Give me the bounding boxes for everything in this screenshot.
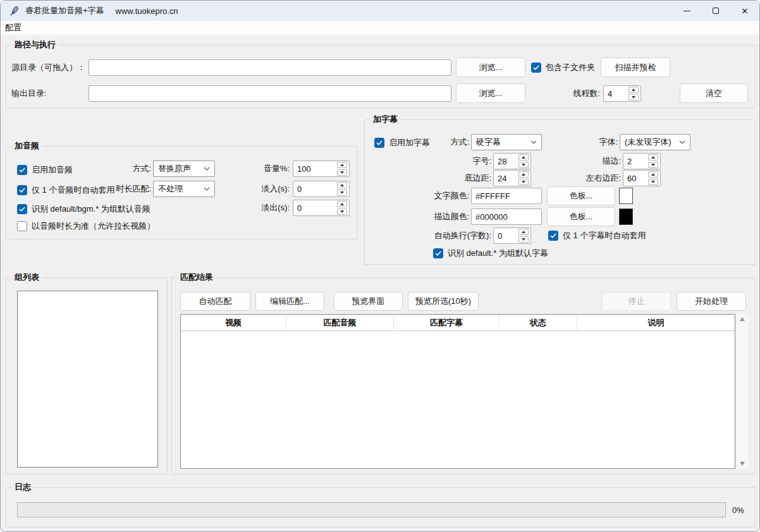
preview-ui-button[interactable]: 预览界面 [334, 292, 403, 311]
results-scrollbar[interactable] [737, 314, 748, 469]
preview-selected-button[interactable]: 预览所选(10秒) [408, 292, 479, 311]
group-list-groupbox: 组列表 [6, 277, 168, 475]
spin-up-button[interactable] [518, 154, 529, 160]
column-header-note[interactable]: 说明 [577, 315, 735, 330]
checkbox-box [374, 138, 384, 148]
minimize-button[interactable] [672, 1, 701, 21]
spin-down-button[interactable] [628, 94, 639, 100]
spin-down-button[interactable] [337, 190, 347, 196]
results-table[interactable]: 视频 匹配音频 匹配字幕 状态 说明 [180, 314, 735, 469]
audio-mode-combobox[interactable]: 替换原声 [153, 160, 215, 177]
volume-label: 音量%: [247, 164, 290, 174]
spin-down-button[interactable] [337, 169, 347, 176]
font-combobox[interactable]: (未发现字体) [620, 134, 690, 150]
volume-spinbox[interactable]: 100 [293, 160, 350, 177]
close-button[interactable]: ✕ [730, 1, 759, 21]
results-table-header: 视频 匹配音频 匹配字幕 状态 说明 [181, 315, 735, 331]
column-header-video[interactable]: 视频 [181, 315, 286, 330]
outline-color-palette-button[interactable]: 色板... [547, 207, 615, 226]
spin-up-button[interactable] [628, 87, 639, 93]
fade-out-value: 0 [293, 203, 336, 213]
spin-down-button[interactable] [337, 209, 347, 215]
spin-up-button[interactable] [518, 171, 529, 178]
column-header-status[interactable]: 状态 [500, 315, 577, 330]
source-dir-input[interactable] [89, 59, 451, 76]
checkbox-box [531, 63, 541, 73]
scan-precheck-button[interactable]: 扫描并预检 [601, 57, 670, 77]
text-color-palette-button[interactable]: 色板... [547, 186, 615, 205]
spin-down-button[interactable] [518, 236, 529, 243]
enable-subtitle-checkbox[interactable]: 启用加字幕 [374, 137, 430, 148]
side-margin-value: 60 [623, 174, 647, 183]
spin-down-button[interactable] [518, 179, 529, 185]
subtitle-recognize-default-checkbox[interactable]: 识别 default.* 为组默认字幕 [433, 248, 548, 259]
spin-down-icon [522, 238, 525, 241]
spin-down-icon [651, 164, 655, 166]
browse-source-button[interactable]: 浏览... [456, 57, 525, 77]
text-color-input[interactable] [471, 188, 542, 204]
outline-width-spinbox[interactable]: 2 [623, 153, 661, 169]
column-header-matched-audio[interactable]: 匹配音频 [286, 315, 394, 330]
scroll-up-button[interactable] [740, 317, 745, 321]
spin-up-button[interactable] [337, 182, 347, 188]
chevron-down-icon [530, 140, 537, 144]
outline-color-input[interactable] [471, 209, 542, 225]
spin-down-button[interactable] [518, 162, 529, 168]
use-audio-duration-checkbox[interactable]: 以音频时长为准（允许拉长视频） [17, 221, 155, 232]
edit-match-button[interactable]: 编辑匹配... [255, 292, 324, 311]
results-groupbox: 匹配结果 自动匹配 编辑匹配... 预览界面 预览所选(10秒) 停止 开始处理… [171, 277, 756, 475]
side-margin-spinbox[interactable]: 60 [623, 170, 661, 186]
spin-up-button[interactable] [648, 154, 658, 160]
titlebar: 睿君批量加音频+字幕 www.tuokepro.cn ✕ [1, 1, 759, 21]
maximize-button[interactable] [701, 1, 730, 21]
subtitle-auto-apply-checkbox[interactable]: 仅 1 个字幕时自动套用 [548, 230, 646, 241]
column-header-matched-subtitle[interactable]: 匹配字幕 [394, 315, 500, 330]
include-subfolders-label: 包含子文件夹 [546, 62, 595, 73]
spin-up-button[interactable] [648, 171, 658, 178]
bottom-margin-spinbox[interactable]: 24 [493, 170, 531, 186]
feather-app-icon [9, 6, 19, 16]
scroll-down-button[interactable] [740, 462, 745, 466]
threads-label: 线程数: [562, 88, 600, 99]
spin-up-button[interactable] [337, 162, 347, 168]
spin-up-button[interactable] [337, 201, 347, 207]
paths-groupbox: 路径与执行 源目录（可拖入）： 浏览... 包含子文件夹 扫描并预检 输出目录:… [6, 45, 756, 108]
browse-output-button[interactable]: 浏览... [456, 83, 525, 103]
threads-spinbox[interactable]: 4 [603, 85, 641, 102]
log-group-title: 日志 [11, 481, 34, 493]
enable-audio-label: 启用加音频 [32, 164, 73, 176]
auto-match-button[interactable]: 自动匹配 [180, 292, 250, 311]
spin-up-icon [340, 184, 344, 186]
chevron-down-icon [204, 187, 210, 191]
start-processing-button[interactable]: 开始处理 [677, 292, 746, 311]
spin-up-button[interactable] [518, 229, 529, 235]
bottom-margin-value: 24 [494, 174, 517, 183]
output-dir-input[interactable] [89, 85, 451, 102]
window-title-url: www.tuokepro.cn [116, 6, 178, 16]
spin-up-icon [340, 203, 344, 205]
group-listbox[interactable] [17, 291, 158, 468]
fade-out-label: 淡出(s): [247, 203, 290, 213]
audio-auto-apply-label: 仅 1 个音频时自动套用 [32, 184, 114, 196]
progress-percent-label: 0% [732, 505, 744, 515]
spin-down-icon [522, 164, 525, 166]
checkbox-box [17, 185, 27, 195]
enable-audio-checkbox[interactable]: 启用加音频 [17, 164, 73, 176]
duration-match-combobox[interactable]: 不处理 [153, 181, 215, 197]
fade-out-spinbox[interactable]: 0 [293, 200, 350, 216]
font-value: (未发现字体) [625, 136, 671, 148]
wrap-spinbox[interactable]: 0 [493, 227, 531, 244]
menu-item-config[interactable]: 配置 [1, 21, 26, 35]
fade-in-spinbox[interactable]: 0 [293, 181, 350, 197]
spin-down-button[interactable] [648, 179, 658, 185]
subtitle-mode-combobox[interactable]: 硬字幕 [471, 134, 542, 150]
audio-recognize-default-label: 识别 default/bgm.* 为组默认音频 [32, 203, 150, 215]
audio-auto-apply-checkbox[interactable]: 仅 1 个音频时自动套用 [17, 184, 114, 196]
log-groupbox: 日志 0% [6, 487, 756, 528]
clear-button[interactable]: 清空 [680, 83, 748, 103]
font-size-spinbox[interactable]: 28 [493, 153, 531, 169]
check-icon [376, 140, 383, 145]
audio-recognize-default-checkbox[interactable]: 识别 default/bgm.* 为组默认音频 [17, 203, 150, 215]
include-subfolders-checkbox[interactable]: 包含子文件夹 [531, 62, 595, 73]
spin-down-button[interactable] [648, 162, 658, 168]
